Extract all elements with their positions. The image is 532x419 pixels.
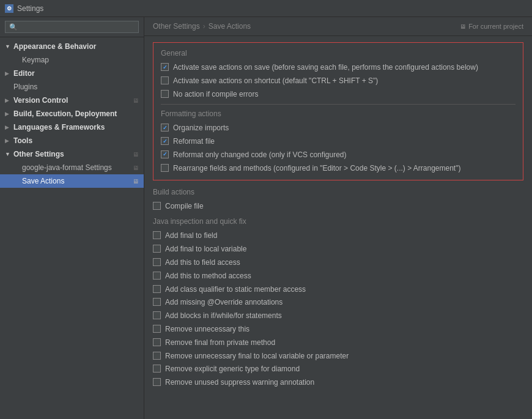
sidebar-item-keymap[interactable]: Keymap <box>0 53 144 67</box>
formatting-label: Formatting actions <box>161 109 515 118</box>
search-input[interactable] <box>20 23 135 31</box>
title-bar: ⚙ Settings <box>0 0 532 17</box>
breadcrumb-separator: › <box>203 22 205 31</box>
checkbox-row: Add class qualifier to static member acc… <box>153 284 523 295</box>
activate-on-save-label: Activate save actions on save (before sa… <box>173 62 478 73</box>
add-class-qualifier-label: Add class qualifier to static member acc… <box>165 284 306 295</box>
project-label: For current project <box>468 23 523 30</box>
formatting-section: Formatting actions Organize imports Refo… <box>161 109 515 173</box>
organize-imports-checkbox[interactable] <box>161 124 169 132</box>
remove-unnecessary-final-checkbox[interactable] <box>153 352 161 360</box>
settings-content: General Activate save actions on save (b… <box>144 36 532 419</box>
activate-on-save-checkbox[interactable] <box>161 63 169 71</box>
checkbox-row: Reformat file <box>161 136 515 147</box>
checkbox-row: Remove unused suppress warning annotatio… <box>153 377 523 388</box>
checkbox-row: Activate save actions on save (before sa… <box>161 62 515 73</box>
checkbox-row: Compile file <box>153 201 523 212</box>
sidebar-item-editor[interactable]: ▶ Editor <box>0 67 144 80</box>
add-this-field-checkbox[interactable] <box>153 258 161 266</box>
add-final-local-checkbox[interactable] <box>153 245 161 253</box>
remove-unnecessary-this-checkbox[interactable] <box>153 325 161 333</box>
app-icon: ⚙ <box>5 4 13 13</box>
arrow-icon: ▶ <box>5 70 13 76</box>
reformat-file-label: Reformat file <box>173 136 215 147</box>
monitor-icon: 🖥 <box>460 23 466 30</box>
search-bar: 🔍 <box>0 17 144 37</box>
add-blocks-checkbox[interactable] <box>153 311 161 319</box>
remove-unused-suppress-checkbox[interactable] <box>153 378 161 386</box>
general-label: General <box>161 49 515 57</box>
add-final-field-label: Add final to field <box>165 231 217 241</box>
project-icon: 🖥 <box>133 97 139 104</box>
remove-unnecessary-final-label: Remove unnecessary final to local variab… <box>165 351 349 362</box>
sidebar-nav: ▼ Appearance & Behavior Keymap ▶ Editor … <box>0 37 144 419</box>
activate-on-shortcut-checkbox[interactable] <box>161 76 169 84</box>
sidebar-item-google-java-format[interactable]: google-java-format Settings 🖥 <box>0 161 144 174</box>
arrow-icon: ▶ <box>5 138 13 144</box>
checkbox-row: Reformat only changed code (only if VCS … <box>161 150 515 160</box>
sidebar-item-plugins[interactable]: Plugins <box>0 80 144 94</box>
arrow-icon: ▼ <box>5 151 13 157</box>
remove-unused-suppress-label: Remove unused suppress warning annotatio… <box>165 377 314 388</box>
checkbox-row: Add missing @Override annotations <box>153 297 523 308</box>
checkbox-row: Add final to field <box>153 231 523 241</box>
sidebar-item-version-control[interactable]: ▶ Version Control 🖥 <box>0 94 144 107</box>
sidebar-item-label: Keymap <box>22 56 49 64</box>
rearrange-fields-checkbox[interactable] <box>161 164 169 172</box>
sidebar-item-label: google-java-format Settings <box>22 163 112 172</box>
add-class-qualifier-checkbox[interactable] <box>153 285 161 293</box>
sidebar-item-other-settings[interactable]: ▼ Other Settings 🖥 <box>0 147 144 161</box>
checkbox-row: Add blocks in if/while/for statements <box>153 311 523 321</box>
sidebar-item-languages[interactable]: ▶ Languages & Frameworks <box>0 121 144 134</box>
no-action-compile-checkbox[interactable] <box>161 90 169 98</box>
breadcrumb-project: 🖥 For current project <box>460 23 523 30</box>
sidebar-item-label: Version Control <box>13 96 68 105</box>
checkbox-row: Add this to method access <box>153 271 523 281</box>
add-override-checkbox[interactable] <box>153 298 161 306</box>
content-area: Other Settings › Save Actions 🖥 For curr… <box>144 17 532 419</box>
checkbox-row: Organize imports <box>161 123 515 133</box>
reformat-changed-checkbox[interactable] <box>161 150 169 158</box>
checkbox-row: Remove unnecessary this <box>153 324 523 335</box>
sidebar-item-label: Appearance & Behavior <box>13 42 96 51</box>
sidebar-item-label: Editor <box>13 69 35 78</box>
sidebar-item-save-actions[interactable]: Save Actions 🖥 <box>0 174 144 188</box>
checkbox-row: Remove unnecessary final to local variab… <box>153 351 523 362</box>
build-label: Build actions <box>153 188 523 196</box>
sidebar-item-appearance[interactable]: ▼ Appearance & Behavior <box>0 40 144 53</box>
add-override-label: Add missing @Override annotations <box>165 297 283 308</box>
add-blocks-label: Add blocks in if/while/for statements <box>165 311 282 321</box>
arrow-icon: ▶ <box>5 124 13 130</box>
no-action-compile-label: No action if compile errors <box>173 89 258 100</box>
search-wrapper[interactable]: 🔍 <box>5 21 139 33</box>
add-this-method-label: Add this to method access <box>165 271 251 281</box>
java-label: Java inspection and quick fix <box>153 217 523 226</box>
checkbox-row: Remove explicit generic type for diamond <box>153 364 523 374</box>
compile-file-checkbox[interactable] <box>153 202 161 210</box>
remove-explicit-generic-checkbox[interactable] <box>153 365 161 373</box>
build-section: Build actions Compile file <box>153 188 523 212</box>
reformat-file-checkbox[interactable] <box>161 137 169 145</box>
sidebar-item-build-exec[interactable]: ▶ Build, Execution, Deployment <box>0 107 144 121</box>
sidebar-item-label: Save Actions <box>22 177 64 185</box>
organize-imports-label: Organize imports <box>173 123 229 133</box>
compile-file-label: Compile file <box>165 201 204 212</box>
sidebar-item-label: Other Settings <box>13 150 64 158</box>
add-final-field-checkbox[interactable] <box>153 231 161 239</box>
breadcrumb-other-settings: Other Settings <box>153 22 200 31</box>
checkbox-row: Add final to local variable <box>153 244 523 254</box>
add-this-field-label: Add this to field access <box>165 258 240 268</box>
arrow-icon: ▶ <box>5 111 13 117</box>
add-this-method-checkbox[interactable] <box>153 272 161 280</box>
remove-unnecessary-this-label: Remove unnecessary this <box>165 324 249 335</box>
remove-final-private-checkbox[interactable] <box>153 338 161 346</box>
rearrange-fields-label: Rearrange fields and methods (configured… <box>173 163 460 174</box>
add-final-local-label: Add final to local variable <box>165 244 246 254</box>
arrow-icon: ▶ <box>5 97 13 103</box>
sidebar-item-label: Languages & Frameworks <box>13 123 105 132</box>
general-section: General Activate save actions on save (b… <box>161 49 515 99</box>
java-section: Java inspection and quick fix Add final … <box>153 217 523 388</box>
highlighted-section: General Activate save actions on save (b… <box>153 42 523 180</box>
checkbox-row: Rearrange fields and methods (configured… <box>161 163 515 174</box>
sidebar-item-tools[interactable]: ▶ Tools <box>0 134 144 147</box>
